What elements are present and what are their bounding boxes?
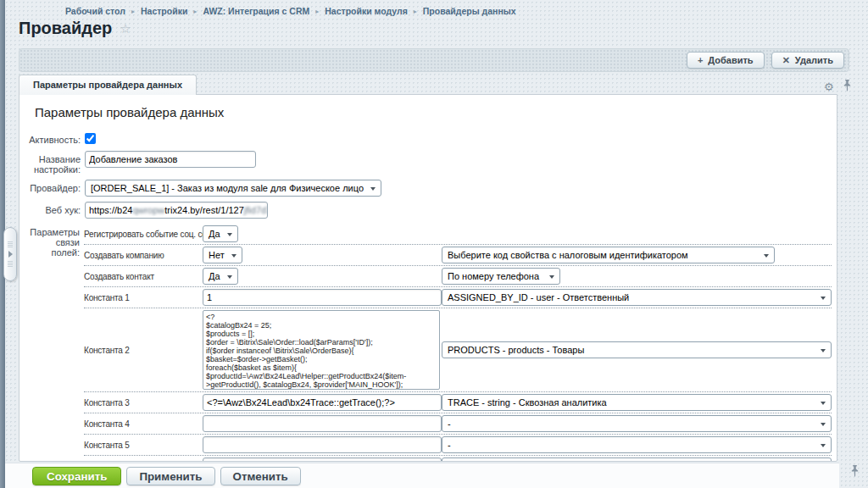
table-row: Регистрировать событие соц. сети Да — [84, 224, 832, 245]
name-row: Название настройки: — [26, 151, 832, 175]
breadcrumb-item-data-providers[interactable]: Провайдеры данных — [423, 6, 516, 16]
chevron-down-icon — [227, 275, 232, 281]
constant-2-field-select[interactable]: PRODUCTS - products - Товары — [442, 341, 832, 358]
breadcrumb-separator-icon: ▸ — [414, 8, 417, 15]
activity-label: Активность: — [26, 131, 81, 146]
row-label: Константа 5 — [84, 441, 203, 450]
select-value: - — [448, 440, 451, 450]
table-row: Создавать контакт Да По номеру телефона — [84, 266, 832, 287]
chevron-down-icon — [821, 402, 826, 408]
gear-icon[interactable]: ⚙ — [824, 81, 834, 92]
table-row: Константа 2 <? $catalogBx24 = 25; $produ… — [84, 308, 832, 392]
chevron-right-icon — [8, 251, 16, 258]
row-label: Создавать компанию — [84, 251, 203, 260]
grip-dots-icon — [8, 261, 13, 267]
row-label: Константа 4 — [84, 419, 203, 429]
breadcrumb-separator-icon: ▸ — [131, 8, 135, 15]
constant-1-field-select[interactable]: ASSIGNED_BY_ID - user - Ответственный — [442, 289, 832, 306]
select-value: ASSIGNED_BY_ID - user - Ответственный — [448, 292, 629, 302]
tab-provider-params[interactable]: Параметры провайдера данных — [19, 75, 197, 95]
page-title: Провайдер — [19, 19, 112, 38]
pin-icon[interactable] — [850, 465, 860, 479]
select-value: - — [448, 419, 451, 429]
webhook-url-part: trix24.by/rest/1/127 — [164, 205, 244, 215]
breadcrumb-item-module-settings[interactable]: Настройки модуля — [325, 6, 408, 16]
constant-4-input[interactable] — [203, 415, 442, 432]
social-event-select[interactable]: Да — [203, 225, 238, 242]
table-row: Создавать компанию Нет Выберите код свой… — [84, 245, 832, 266]
favorite-star-icon[interactable]: ☆ — [120, 22, 131, 35]
chevron-down-icon — [821, 297, 826, 302]
chevron-down-icon — [821, 423, 826, 429]
actions-toolbar: + Добавить ✕ Удалить — [19, 48, 849, 72]
select-value: Да — [209, 271, 220, 281]
table-row: Константа 5 - — [84, 435, 832, 456]
select-value: Да — [209, 229, 220, 239]
table-row: Константа 6 - — [84, 456, 832, 462]
contact-match-select[interactable]: По номеру телефона — [442, 268, 560, 285]
chevron-down-icon — [227, 233, 232, 239]
field-mapping-table: Регистрировать событие соц. сети Да Созд… — [84, 224, 832, 462]
constant-3-input[interactable] — [203, 394, 442, 411]
row-label: Константа 2 — [84, 346, 203, 355]
breadcrumb-separator-icon: ▸ — [315, 8, 319, 15]
breadcrumb-item-desktop[interactable]: Рабочий стол — [65, 6, 125, 16]
constant-4-field-select[interactable]: - — [442, 415, 832, 432]
name-label: Название настройки: — [26, 151, 81, 175]
provider-params-panel: Параметры провайдера данных Активность: … — [19, 94, 837, 462]
chevron-down-icon — [231, 254, 236, 260]
table-row: Константа 1 ASSIGNED_BY_ID - user - Отве… — [84, 287, 832, 308]
add-button[interactable]: + Добавить — [687, 52, 765, 69]
grip-dots-icon — [8, 241, 13, 247]
chevron-down-icon — [821, 444, 826, 450]
chevron-down-icon — [764, 254, 769, 260]
create-company-select[interactable]: Нет — [203, 247, 242, 263]
webhook-input[interactable]: https://b24qwropwtrix24.by/rest/1/127jfi… — [85, 202, 268, 219]
activity-row: Активность: — [26, 131, 832, 146]
chevron-down-icon — [549, 275, 554, 281]
row-label: Константа 1 — [84, 293, 203, 302]
webhook-url-part: https://b24 — [89, 205, 132, 215]
table-row: Константа 3 TRACE - string - Сквозная ан… — [84, 392, 832, 413]
add-button-label: Добавить — [708, 55, 753, 65]
select-value: Выберите код свойства с налоговым иденти… — [448, 250, 688, 260]
select-value: TRACE - string - Сквозная аналитика — [448, 397, 607, 408]
constant-3-field-select[interactable]: TRACE - string - Сквозная аналитика — [442, 394, 832, 411]
breadcrumb: Рабочий стол ▸ Настройки ▸ AWZ: Интеграц… — [65, 6, 516, 16]
constant-5-input[interactable] — [203, 436, 442, 453]
row-label: Создавать контакт — [84, 272, 203, 281]
breadcrumb-separator-icon: ▸ — [193, 8, 197, 15]
breadcrumb-item-awz-crm[interactable]: AWZ: Интеграция с CRM — [203, 6, 309, 16]
constant-1-input[interactable] — [203, 289, 442, 306]
constant-6-field-select[interactable]: - — [442, 458, 832, 462]
plus-icon: + — [698, 55, 703, 65]
pin-icon[interactable] — [843, 80, 852, 93]
provider-select[interactable]: [ORDER_SALE_1] - Заказ из модуля sale дл… — [85, 180, 381, 197]
cancel-button[interactable]: Отменить — [220, 467, 301, 485]
row-label: Константа 3 — [84, 398, 203, 408]
select-value: По номеру телефона — [448, 271, 539, 281]
constant-2-code-textarea[interactable]: <? $catalogBx24 = 25; $products = []; $o… — [203, 310, 440, 390]
field-mapping-label: Параметры связи полей: — [26, 224, 80, 462]
constant-5-field-select[interactable]: - — [442, 436, 832, 453]
activity-checkbox[interactable] — [85, 133, 96, 144]
admin-page: Рабочий стол ▸ Настройки ▸ AWZ: Интеграц… — [0, 0, 868, 488]
setting-name-input[interactable] — [85, 151, 256, 168]
create-contact-select[interactable]: Да — [203, 268, 238, 285]
sidebar-expand-handle[interactable] — [3, 227, 17, 281]
provider-row: Провайдер: [ORDER_SALE_1] - Заказ из мод… — [26, 180, 832, 197]
apply-button[interactable]: Применить — [126, 467, 214, 485]
webhook-row: Веб хук: https://b24qwropwtrix24.by/rest… — [26, 202, 832, 219]
select-value: Нет — [209, 250, 225, 260]
breadcrumb-item-settings[interactable]: Настройки — [141, 6, 187, 16]
close-icon: ✕ — [782, 55, 790, 66]
row-label: Регистрировать событие соц. сети — [84, 230, 203, 239]
select-value: PRODUCTS - products - Товары — [448, 345, 584, 355]
webhook-label: Веб хук: — [26, 202, 81, 219]
delete-button[interactable]: ✕ Удалить — [771, 52, 844, 69]
chevron-down-icon — [370, 187, 376, 193]
tax-id-property-select[interactable]: Выберите код свойства с налоговым иденти… — [442, 247, 775, 263]
save-button[interactable]: Сохранить — [32, 467, 121, 485]
provider-select-value: [ORDER_SALE_1] - Заказ из модуля sale дл… — [91, 183, 364, 193]
constant-6-input[interactable] — [203, 458, 442, 462]
